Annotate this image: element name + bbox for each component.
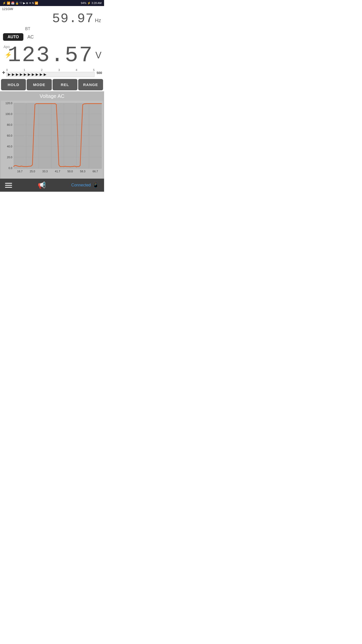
chart-wrapper: 120.0 100.0 80.0 60.0 40.0 20.0 0.0 16.7… <box>1 101 103 179</box>
status-bar: ⚡ 📶 📅 🔒 🛡 ▶ ⊕ ✦ N 📶 94% ⚡ 3:28 AM <box>0 0 104 6</box>
time-display: 3:28 AM <box>92 2 102 5</box>
auto-button[interactable]: AUTO <box>3 33 23 41</box>
main-value-row: 123.57 V <box>3 44 101 66</box>
speaker-icon[interactable]: 📢 <box>38 181 46 189</box>
scale-bar: ►►►►►►►►►► <box>6 72 95 77</box>
svg-text:100.0: 100.0 <box>5 112 12 115</box>
svg-text:60.0: 60.0 <box>7 134 12 137</box>
ac-label: AC <box>27 34 34 40</box>
play-icon: ▶ <box>23 2 25 5</box>
bargraph-arrows: ►►►►►►►►►► <box>7 72 47 77</box>
connected-text: Connected <box>71 183 91 187</box>
svg-text:0.0: 0.0 <box>9 167 12 170</box>
scale-area: 0 1 2 3 4 5 ►►►►►►►►►► <box>6 68 95 77</box>
svg-text:41.7: 41.7 <box>55 170 60 173</box>
bt-device-icon: 📱 <box>92 182 99 188</box>
bt-label: BT <box>0 26 104 32</box>
connected-row: Connected 📱 <box>71 182 99 188</box>
scale-numbers: 0 1 2 3 4 5 <box>6 68 95 72</box>
svg-text:66.7: 66.7 <box>93 170 98 173</box>
svg-text:20.0: 20.0 <box>7 156 12 159</box>
vpn-icon: ⊕ <box>26 2 28 5</box>
mode-button[interactable]: MODE <box>27 79 52 90</box>
chart-title: Voltage AC <box>0 93 104 99</box>
svg-text:25.0: 25.0 <box>30 170 35 173</box>
control-buttons-row: HOLD MODE REL RANGE <box>0 78 104 91</box>
hamburger-menu-icon[interactable] <box>5 183 12 188</box>
main-measurement-value: 123.57 <box>8 44 94 66</box>
frequency-value: 59.97 <box>52 11 94 26</box>
svg-text:16.7: 16.7 <box>17 170 22 173</box>
frequency-row: 59.97 Hz <box>0 11 104 26</box>
calendar-icon: 📅 <box>11 2 15 5</box>
apo-label: Apo <box>4 45 10 49</box>
svg-text:80.0: 80.0 <box>7 123 12 126</box>
plus-sign: + <box>2 69 5 76</box>
mode-row: AUTO AC <box>0 32 104 42</box>
range-button[interactable]: RANGE <box>78 79 103 90</box>
svg-text:58.3: 58.3 <box>80 170 85 173</box>
wifi-icon: 📶 <box>7 2 10 5</box>
lock-icon: 🔒 <box>15 2 19 5</box>
nfc-icon: N <box>32 2 34 5</box>
svg-text:33.3: 33.3 <box>42 170 48 173</box>
bt-icon: ✦ <box>29 2 31 5</box>
svg-text:50.0: 50.0 <box>67 170 73 173</box>
battery-percent: 94% <box>81 2 86 5</box>
signal-icon: 📶 <box>35 2 38 5</box>
usb-icon: ⚡ <box>3 2 6 5</box>
svg-text:120.0: 120.0 <box>5 102 12 105</box>
voltage-chart: 120.0 100.0 80.0 60.0 40.0 20.0 0.0 16.7… <box>1 101 103 179</box>
charging-icon: ⚡ <box>87 2 91 5</box>
frequency-unit: Hz <box>95 18 101 23</box>
rel-button[interactable]: REL <box>53 79 77 90</box>
svg-text:40.0: 40.0 <box>7 145 12 148</box>
bottom-bar: 📢 Connected 📱 <box>0 179 104 192</box>
chart-section: Voltage AC 120.0 <box>0 91 104 179</box>
scale-500-label: 500 <box>97 71 102 75</box>
lightning-icon: ⚡ <box>5 51 12 58</box>
shield-icon: 🛡 <box>20 2 22 5</box>
status-left: ⚡ 📶 📅 🔒 🛡 ▶ ⊕ ✦ N 📶 <box>3 2 38 5</box>
main-measurement-unit: V <box>95 50 101 61</box>
hold-button[interactable]: HOLD <box>1 79 26 90</box>
bargraph-container: + 0 1 2 3 4 5 ►►►►►►►►►► 500 <box>0 67 104 78</box>
measurement-area: Apo ⚡ 123.57 V <box>0 42 104 67</box>
status-right: 94% ⚡ 3:28 AM <box>81 2 102 5</box>
device-id: 121GW <box>0 6 104 11</box>
